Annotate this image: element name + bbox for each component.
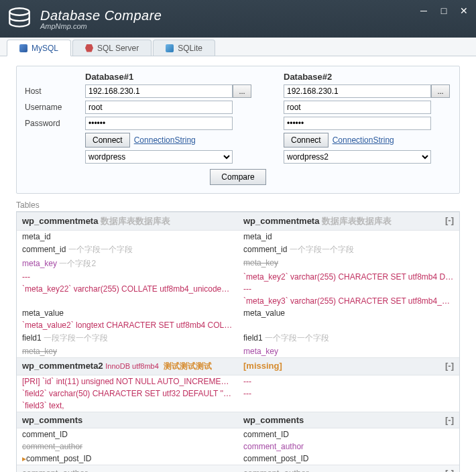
- table-comment: 测试测试测试: [164, 361, 212, 371]
- table-name: wp_commentmeta2: [22, 361, 103, 371]
- db1-header: Database#1: [85, 72, 233, 82]
- db2-host-browse[interactable]: ...: [431, 84, 450, 98]
- tab-sqlserver[interactable]: SQL Server: [72, 40, 152, 56]
- sqlite-icon: [166, 44, 174, 52]
- db2-schema-select[interactable]: wordpress2: [284, 150, 431, 164]
- db2-connect-button[interactable]: Connect: [284, 133, 329, 148]
- field-removed: comment_author: [17, 465, 238, 472]
- field: field1: [22, 333, 42, 343]
- connection-panel: Database#1 Database#2 Host ... ... Usern…: [16, 66, 460, 194]
- diff-sep: ---: [238, 388, 459, 400]
- table-row: wp_commentmeta 数据库表数据库表 wp_commentmeta 数…: [17, 212, 459, 231]
- tab-mysql[interactable]: MySQL: [7, 40, 71, 56]
- field: comment_ID: [238, 428, 459, 440]
- db1-host-browse[interactable]: ...: [233, 84, 251, 98]
- db-type-tabs: MySQL SQL Server SQLite: [0, 38, 476, 56]
- main-content[interactable]: Database#1 Database#2 Host ... ... Usern…: [0, 56, 476, 472]
- field-comment: 一个字段一个字段: [290, 245, 354, 254]
- diff-sep: ---: [17, 271, 238, 283]
- table-row: wp_commentmeta2 InnoDB utf8mb4 测试测试测试 [m…: [17, 357, 459, 375]
- diff-line: `meta_key2` varchar(255) CHARACTER SET u…: [238, 271, 459, 283]
- mysql-icon: [19, 44, 27, 52]
- db1-schema-select[interactable]: wordpress: [85, 150, 233, 164]
- table-engine: InnoDB utf8mb4: [105, 362, 159, 370]
- field-removed: meta_key: [238, 257, 459, 271]
- db1-host-input[interactable]: [85, 84, 233, 98]
- diff-line: `field2` varchar(50) CHARACTER SET utf32…: [17, 388, 238, 400]
- password-label: Password: [25, 119, 85, 128]
- field: comment_post_ID: [238, 453, 459, 465]
- minimize-button[interactable]: ─: [414, 4, 433, 17]
- table-row: wp_comments wp_comments[-]: [17, 412, 459, 428]
- collapse-toggle[interactable]: [-]: [445, 468, 454, 472]
- field: meta_value: [238, 307, 459, 319]
- collapse-toggle[interactable]: [-]: [445, 215, 454, 225]
- table-name: wp_comments: [17, 412, 238, 428]
- app-title: Database Compare: [40, 8, 162, 23]
- field-comment: 一个字段一个字段: [265, 333, 329, 343]
- tab-sqlite[interactable]: SQLite: [153, 40, 215, 56]
- field-comment: 一段字段一个字段: [44, 333, 108, 343]
- diff-line: `field3` text,: [17, 400, 238, 412]
- svg-point-0: [9, 8, 29, 15]
- field-comment: 一个字段一个字段: [68, 245, 133, 254]
- field: meta_id: [17, 231, 238, 243]
- compare-button[interactable]: Compare: [210, 169, 265, 185]
- tables-results: wp_commentmeta 数据库表数据库表 wp_commentmeta 数…: [16, 211, 460, 472]
- field: comment_id: [243, 245, 287, 254]
- diff-sep: ---: [238, 283, 459, 295]
- host-label: Host: [25, 86, 85, 96]
- sqlserver-icon: [85, 44, 93, 52]
- diff-line: `meta_value2` longtext CHARACTER SET utf…: [17, 319, 238, 331]
- tab-mysql-label: MySQL: [32, 44, 58, 53]
- field: comment_id: [22, 245, 66, 254]
- db1-pass-input[interactable]: [85, 117, 233, 130]
- field-comment: 一个字段2: [59, 259, 96, 268]
- field-changed: meta_key: [22, 259, 57, 268]
- db1-user-input[interactable]: [85, 101, 233, 114]
- table-comment: 数据库表数据库表: [101, 216, 170, 226]
- diff-line: `meta_key22` varchar(255) COLLATE utf8mb…: [17, 283, 238, 295]
- field: field1: [243, 333, 263, 343]
- field-changed: meta_key: [238, 345, 459, 357]
- app-logo: [5, 5, 34, 33]
- db1-connstr-link[interactable]: ConnectionString: [134, 135, 196, 145]
- collapse-toggle[interactable]: [-]: [445, 361, 454, 371]
- field: meta_id: [238, 231, 459, 243]
- db2-host-input[interactable]: [284, 84, 431, 98]
- tab-sqlserver-label: SQL Server: [97, 44, 139, 53]
- close-button[interactable]: ✕: [455, 4, 473, 17]
- tables-section-label: Tables: [16, 200, 460, 210]
- field: meta_value: [17, 307, 238, 319]
- field-removed: meta_key: [17, 345, 238, 357]
- collapse-toggle[interactable]: [-]: [445, 415, 454, 425]
- diff-line: `meta_key3` varchar(255) CHARACTER SET u…: [238, 295, 459, 307]
- username-label: Username: [25, 103, 85, 112]
- db2-connstr-link[interactable]: ConnectionString: [333, 135, 394, 145]
- table-name: wp_comments: [243, 415, 304, 425]
- db2-user-input[interactable]: [284, 101, 431, 114]
- db2-pass-input[interactable]: [284, 117, 431, 130]
- field: comment_ID: [17, 428, 238, 440]
- table-missing: [missing]: [243, 361, 282, 371]
- field: comment_post_ID: [26, 454, 91, 463]
- table-name: wp_commentmeta: [22, 216, 98, 226]
- table-comment: 数据库表数据库表: [322, 216, 392, 226]
- maximize-button[interactable]: □: [434, 4, 453, 17]
- field-changed: comment_author: [238, 440, 459, 453]
- diff-sep: ---: [238, 375, 459, 388]
- tab-sqlite-label: SQLite: [178, 44, 202, 53]
- diff-line: [PRI] `id` int(11) unsigned NOT NULL AUT…: [17, 375, 238, 388]
- db2-header: Database#2: [284, 72, 431, 82]
- table-name: wp_commentmeta: [243, 216, 319, 226]
- db1-connect-button[interactable]: Connect: [85, 133, 130, 148]
- field-removed: comment_author[-]: [238, 465, 459, 472]
- field-removed: comment_author: [17, 440, 238, 453]
